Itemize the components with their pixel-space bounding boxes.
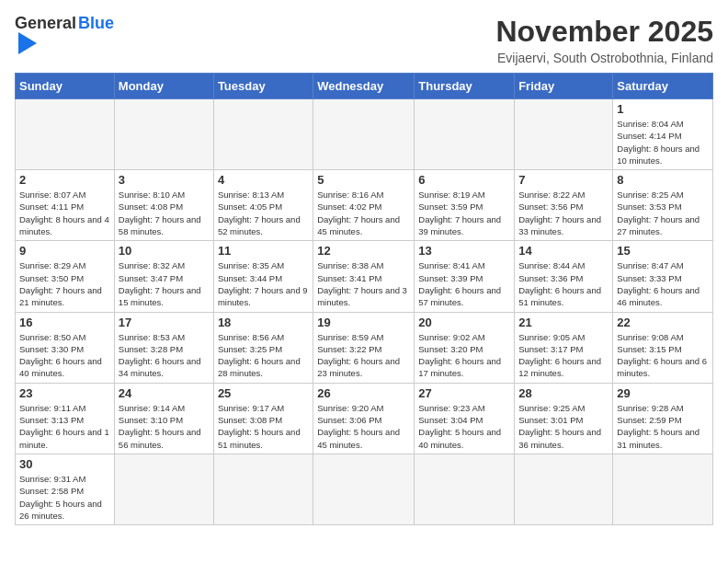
day-info: Sunrise: 8:29 AM Sunset: 3:50 PM Dayligh… bbox=[19, 259, 110, 308]
day-number: 27 bbox=[418, 386, 510, 400]
day-info: Sunrise: 8:22 AM Sunset: 3:56 PM Dayligh… bbox=[518, 189, 609, 237]
calendar-cell bbox=[313, 99, 415, 170]
calendar-week-1: 1Sunrise: 8:04 AM Sunset: 4:14 PM Daylig… bbox=[16, 99, 713, 170]
day-info: Sunrise: 9:23 AM Sunset: 3:04 PM Dayligh… bbox=[418, 402, 510, 451]
day-number: 9 bbox=[19, 244, 110, 258]
day-info: Sunrise: 9:14 AM Sunset: 3:10 PM Dayligh… bbox=[119, 402, 210, 451]
day-number: 14 bbox=[518, 244, 609, 258]
day-info: Sunrise: 8:25 AM Sunset: 3:53 PM Dayligh… bbox=[617, 189, 709, 237]
calendar-cell: 14Sunrise: 8:44 AM Sunset: 3:36 PM Dayli… bbox=[515, 241, 613, 312]
calendar-cell bbox=[16, 99, 115, 170]
day-number: 29 bbox=[617, 386, 709, 400]
day-info: Sunrise: 8:50 AM Sunset: 3:30 PM Dayligh… bbox=[19, 331, 110, 380]
day-number: 25 bbox=[218, 386, 309, 400]
calendar-cell: 18Sunrise: 8:56 AM Sunset: 3:25 PM Dayli… bbox=[213, 312, 313, 383]
weekday-header-row: SundayMondayTuesdayWednesdayThursdayFrid… bbox=[16, 74, 713, 99]
day-number: 24 bbox=[119, 386, 210, 400]
calendar-week-4: 16Sunrise: 8:50 AM Sunset: 3:30 PM Dayli… bbox=[16, 312, 713, 383]
day-number: 15 bbox=[617, 244, 709, 258]
title-area: November 2025 Evijaervi, South Ostroboth… bbox=[495, 15, 713, 65]
day-number: 20 bbox=[418, 316, 510, 329]
day-info: Sunrise: 8:38 AM Sunset: 3:41 PM Dayligh… bbox=[317, 259, 410, 308]
calendar-cell: 30Sunrise: 9:31 AM Sunset: 2:58 PM Dayli… bbox=[16, 454, 115, 524]
calendar-cell: 2Sunrise: 8:07 AM Sunset: 4:11 PM Daylig… bbox=[16, 170, 115, 241]
weekday-header-thursday: Thursday bbox=[415, 74, 515, 99]
calendar-cell: 9Sunrise: 8:29 AM Sunset: 3:50 PM Daylig… bbox=[16, 241, 115, 312]
day-number: 4 bbox=[218, 173, 309, 187]
day-number: 12 bbox=[317, 244, 410, 258]
calendar-cell: 17Sunrise: 8:53 AM Sunset: 3:28 PM Dayli… bbox=[114, 312, 213, 383]
calendar-cell: 19Sunrise: 8:59 AM Sunset: 3:22 PM Dayli… bbox=[313, 312, 415, 383]
calendar-cell bbox=[515, 99, 613, 170]
location-title: Evijaervi, South Ostrobothnia, Finland bbox=[495, 51, 713, 65]
day-info: Sunrise: 9:11 AM Sunset: 3:13 PM Dayligh… bbox=[19, 402, 110, 451]
calendar-cell: 20Sunrise: 9:02 AM Sunset: 3:20 PM Dayli… bbox=[415, 312, 515, 383]
day-number: 13 bbox=[418, 244, 510, 258]
day-info: Sunrise: 8:35 AM Sunset: 3:44 PM Dayligh… bbox=[218, 259, 309, 308]
day-number: 19 bbox=[317, 316, 410, 329]
calendar-cell: 22Sunrise: 9:08 AM Sunset: 3:15 PM Dayli… bbox=[613, 312, 713, 383]
day-info: Sunrise: 9:20 AM Sunset: 3:06 PM Dayligh… bbox=[317, 402, 410, 451]
calendar-week-2: 2Sunrise: 8:07 AM Sunset: 4:11 PM Daylig… bbox=[16, 170, 713, 241]
logo: General Blue bbox=[15, 15, 114, 54]
day-number: 23 bbox=[19, 386, 110, 400]
day-number: 5 bbox=[317, 173, 410, 187]
day-info: Sunrise: 9:08 AM Sunset: 3:15 PM Dayligh… bbox=[617, 331, 709, 380]
day-number: 3 bbox=[119, 173, 210, 187]
day-number: 17 bbox=[119, 316, 210, 329]
calendar-cell: 13Sunrise: 8:41 AM Sunset: 3:39 PM Dayli… bbox=[415, 241, 515, 312]
calendar-cell: 15Sunrise: 8:47 AM Sunset: 3:33 PM Dayli… bbox=[613, 241, 713, 312]
day-info: Sunrise: 8:19 AM Sunset: 3:59 PM Dayligh… bbox=[418, 189, 510, 237]
day-number: 16 bbox=[19, 316, 110, 329]
day-info: Sunrise: 9:17 AM Sunset: 3:08 PM Dayligh… bbox=[218, 402, 309, 451]
calendar-cell bbox=[114, 99, 213, 170]
weekday-header-saturday: Saturday bbox=[613, 74, 713, 99]
day-info: Sunrise: 8:32 AM Sunset: 3:47 PM Dayligh… bbox=[119, 259, 210, 308]
day-info: Sunrise: 9:05 AM Sunset: 3:17 PM Dayligh… bbox=[518, 331, 609, 380]
calendar-cell: 3Sunrise: 8:10 AM Sunset: 4:08 PM Daylig… bbox=[114, 170, 213, 241]
calendar-cell bbox=[415, 454, 515, 524]
calendar-cell: 10Sunrise: 8:32 AM Sunset: 3:47 PM Dayli… bbox=[114, 241, 213, 312]
calendar-cell: 12Sunrise: 8:38 AM Sunset: 3:41 PM Dayli… bbox=[313, 241, 415, 312]
day-info: Sunrise: 8:16 AM Sunset: 4:02 PM Dayligh… bbox=[317, 189, 410, 237]
calendar-cell bbox=[213, 99, 313, 170]
day-number: 28 bbox=[518, 386, 609, 400]
day-info: Sunrise: 8:13 AM Sunset: 4:05 PM Dayligh… bbox=[218, 189, 309, 237]
calendar-cell: 28Sunrise: 9:25 AM Sunset: 3:01 PM Dayli… bbox=[515, 383, 613, 454]
day-info: Sunrise: 8:04 AM Sunset: 4:14 PM Dayligh… bbox=[617, 118, 709, 167]
day-info: Sunrise: 8:41 AM Sunset: 3:39 PM Dayligh… bbox=[418, 259, 510, 308]
day-number: 10 bbox=[119, 244, 210, 258]
weekday-header-tuesday: Tuesday bbox=[213, 74, 313, 99]
calendar-cell bbox=[313, 454, 415, 524]
calendar-cell: 24Sunrise: 9:14 AM Sunset: 3:10 PM Dayli… bbox=[114, 383, 213, 454]
calendar-cell: 21Sunrise: 9:05 AM Sunset: 3:17 PM Dayli… bbox=[515, 312, 613, 383]
day-number: 30 bbox=[19, 457, 110, 471]
calendar-week-5: 23Sunrise: 9:11 AM Sunset: 3:13 PM Dayli… bbox=[16, 383, 713, 454]
day-info: Sunrise: 8:10 AM Sunset: 4:08 PM Dayligh… bbox=[119, 189, 210, 237]
page-header: General Blue November 2025 Evijaervi, So… bbox=[15, 15, 713, 65]
calendar-cell bbox=[114, 454, 213, 524]
calendar-cell bbox=[515, 454, 613, 524]
weekday-header-sunday: Sunday bbox=[16, 74, 115, 99]
day-info: Sunrise: 9:02 AM Sunset: 3:20 PM Dayligh… bbox=[418, 331, 510, 380]
weekday-header-friday: Friday bbox=[515, 74, 613, 99]
logo-general: General bbox=[15, 15, 76, 31]
calendar-week-6: 30Sunrise: 9:31 AM Sunset: 2:58 PM Dayli… bbox=[16, 454, 713, 524]
month-title: November 2025 bbox=[495, 15, 713, 49]
day-number: 26 bbox=[317, 386, 410, 400]
day-number: 1 bbox=[617, 102, 709, 116]
day-number: 22 bbox=[617, 316, 709, 329]
logo-blue: Blue bbox=[78, 15, 114, 31]
day-info: Sunrise: 9:28 AM Sunset: 2:59 PM Dayligh… bbox=[617, 402, 709, 451]
day-info: Sunrise: 8:47 AM Sunset: 3:33 PM Dayligh… bbox=[617, 259, 709, 308]
day-info: Sunrise: 8:44 AM Sunset: 3:36 PM Dayligh… bbox=[518, 259, 609, 308]
day-number: 7 bbox=[518, 173, 609, 187]
calendar-cell bbox=[613, 454, 713, 524]
day-number: 11 bbox=[218, 244, 309, 258]
day-info: Sunrise: 8:53 AM Sunset: 3:28 PM Dayligh… bbox=[119, 331, 210, 380]
day-number: 21 bbox=[518, 316, 609, 329]
day-number: 2 bbox=[19, 173, 110, 187]
calendar-cell: 16Sunrise: 8:50 AM Sunset: 3:30 PM Dayli… bbox=[16, 312, 115, 383]
day-info: Sunrise: 8:59 AM Sunset: 3:22 PM Dayligh… bbox=[317, 331, 410, 380]
day-number: 8 bbox=[617, 173, 709, 187]
